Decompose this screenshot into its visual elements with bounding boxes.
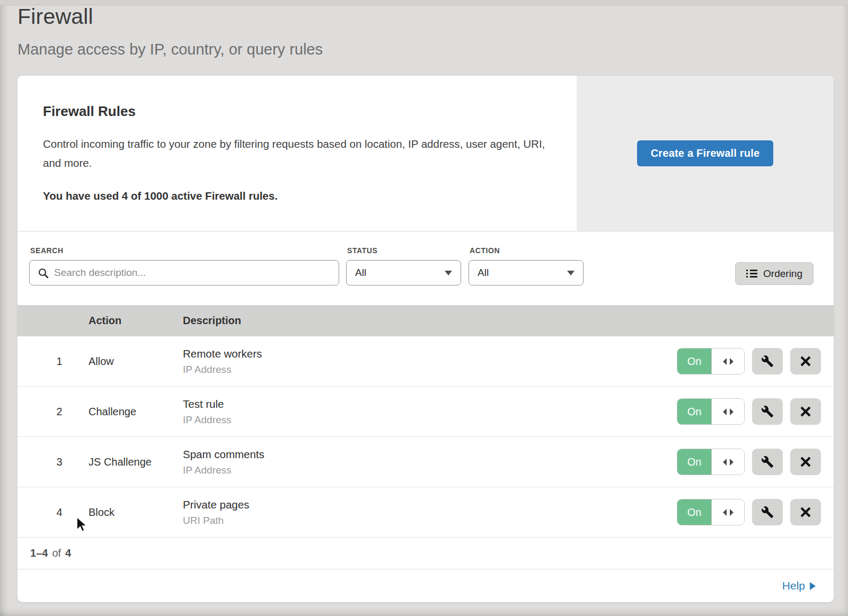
firewall-rules-card: Firewall Rules Control incoming traffic … bbox=[17, 76, 834, 602]
action-label: ACTION bbox=[470, 246, 584, 255]
description-column-header: Description bbox=[183, 315, 821, 327]
create-firewall-rule-button[interactable]: Create a Firewall rule bbox=[637, 140, 774, 166]
toggle-arrows-icon bbox=[711, 449, 744, 475]
page-subtitle: Manage access by IP, country, or query r… bbox=[17, 41, 323, 58]
status-label: STATUS bbox=[347, 246, 461, 255]
table-header: Action Description bbox=[17, 305, 834, 336]
rule-priority: 2 bbox=[30, 406, 89, 418]
pagination-of-label: of bbox=[52, 547, 61, 559]
close-icon bbox=[800, 507, 811, 517]
wrench-icon bbox=[761, 506, 774, 519]
rule-controls: On bbox=[677, 449, 821, 475]
pagination-total: 4 bbox=[65, 547, 71, 559]
rule-enabled-toggle[interactable]: On bbox=[677, 449, 745, 475]
edit-rule-button[interactable] bbox=[752, 499, 783, 525]
search-icon bbox=[38, 267, 49, 279]
toggle-on-label: On bbox=[677, 499, 711, 525]
rule-description-cell: Remote workers IP Address bbox=[183, 347, 677, 376]
card-heading: Firewall Rules bbox=[43, 103, 551, 120]
table-row: 2 Challenge Test rule IP Address On bbox=[17, 387, 834, 437]
rule-description: Spam comments bbox=[183, 448, 677, 461]
rule-description: Test rule bbox=[183, 398, 677, 410]
edit-rule-button[interactable] bbox=[752, 348, 783, 374]
action-column-header: Action bbox=[89, 315, 183, 327]
rule-priority: 4 bbox=[30, 506, 89, 519]
rule-description: Remote workers bbox=[183, 347, 677, 360]
table-row: 4 Block Private pages URI Path On bbox=[17, 487, 834, 538]
toggle-arrows-icon bbox=[711, 399, 744, 424]
rule-match-type: IP Address bbox=[183, 414, 677, 426]
toggle-on-label: On bbox=[677, 399, 711, 424]
rule-match-type: URI Path bbox=[183, 515, 677, 526]
rules-usage-text: You have used 4 of 1000 active Firewall … bbox=[43, 190, 551, 202]
edit-rule-button[interactable] bbox=[752, 398, 783, 425]
rule-match-type: IP Address bbox=[183, 465, 677, 476]
filter-bar: SEARCH STATUS All ACTION All bbox=[17, 231, 834, 305]
rule-action: Block bbox=[89, 506, 183, 519]
delete-rule-button[interactable] bbox=[790, 499, 821, 525]
rule-description-cell: Private pages URI Path bbox=[183, 498, 677, 526]
rule-controls: On bbox=[677, 348, 821, 374]
rule-controls: On bbox=[677, 499, 821, 525]
card-description: Control incoming traffic to your zone by… bbox=[43, 135, 546, 173]
chevron-down-icon bbox=[445, 271, 452, 275]
help-link-label: Help bbox=[782, 579, 805, 592]
page-header: Firewall Manage access by IP, country, o… bbox=[17, 4, 323, 58]
delete-rule-button[interactable] bbox=[790, 398, 821, 425]
wrench-icon bbox=[761, 405, 774, 418]
status-filter-group: STATUS All bbox=[346, 243, 461, 285]
wrench-icon bbox=[761, 355, 774, 368]
search-group: SEARCH bbox=[29, 243, 339, 285]
toggle-arrows-icon bbox=[711, 499, 744, 525]
rule-enabled-toggle[interactable]: On bbox=[677, 499, 745, 525]
action-filter-group: ACTION All bbox=[469, 243, 584, 285]
rule-controls: On bbox=[677, 398, 821, 425]
rule-enabled-toggle[interactable]: On bbox=[677, 348, 745, 374]
rule-action: Challenge bbox=[89, 406, 183, 418]
rule-enabled-toggle[interactable]: On bbox=[677, 398, 745, 425]
action-select[interactable]: All bbox=[469, 260, 584, 285]
delete-rule-button[interactable] bbox=[790, 348, 821, 374]
toggle-on-label: On bbox=[677, 349, 711, 374]
table-row: 3 JS Challenge Spam comments IP Address … bbox=[17, 437, 834, 487]
pagination-range: 1–4 bbox=[30, 547, 48, 559]
close-icon bbox=[800, 457, 811, 467]
close-icon bbox=[800, 356, 811, 367]
ordering-button-label: Ordering bbox=[763, 268, 802, 280]
rule-action: JS Challenge bbox=[89, 456, 183, 468]
rule-match-type: IP Address bbox=[183, 364, 677, 376]
chevron-down-icon bbox=[567, 271, 575, 275]
pagination-bar: 1–4 of 4 bbox=[17, 538, 834, 569]
toggle-arrows-icon bbox=[711, 349, 744, 374]
edit-rule-button[interactable] bbox=[752, 449, 783, 475]
rule-action: Allow bbox=[89, 355, 183, 368]
rule-description-cell: Test rule IP Address bbox=[183, 398, 677, 426]
table-row: 1 Allow Remote workers IP Address On bbox=[17, 336, 834, 387]
rule-priority: 3 bbox=[30, 456, 89, 468]
wrench-icon bbox=[761, 456, 774, 468]
help-link[interactable]: Help bbox=[782, 579, 816, 592]
list-ordering-icon bbox=[746, 269, 757, 278]
search-label: SEARCH bbox=[30, 246, 339, 255]
toggle-on-label: On bbox=[677, 449, 711, 475]
rule-priority: 1 bbox=[30, 355, 89, 368]
card-action-panel: Create a Firewall rule bbox=[577, 76, 834, 231]
rule-description: Private pages bbox=[183, 498, 677, 511]
status-selected-value: All bbox=[355, 267, 366, 279]
card-footer: Help bbox=[17, 569, 834, 602]
close-icon bbox=[800, 406, 811, 417]
rule-description-cell: Spam comments IP Address bbox=[183, 448, 677, 476]
delete-rule-button[interactable] bbox=[790, 449, 821, 475]
action-selected-value: All bbox=[478, 267, 489, 279]
ordering-button[interactable]: Ordering bbox=[735, 262, 814, 285]
search-box bbox=[29, 260, 339, 285]
chevron-right-icon bbox=[810, 582, 816, 590]
status-select[interactable]: All bbox=[346, 260, 461, 285]
overview-text-area: Firewall Rules Control incoming traffic … bbox=[17, 76, 577, 231]
search-input[interactable] bbox=[30, 261, 339, 285]
page-title: Firewall bbox=[17, 4, 323, 29]
card-overview-section: Firewall Rules Control incoming traffic … bbox=[17, 76, 834, 231]
